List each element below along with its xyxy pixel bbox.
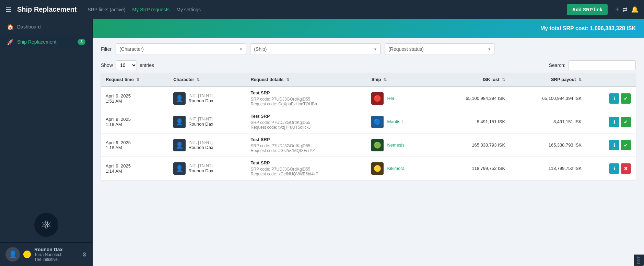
ship-cell-3: 🟡 Kikimora <box>371 162 429 175</box>
entries-label: entries <box>140 62 154 68</box>
col-request-details[interactable]: Request details ⇅ <box>246 73 366 86</box>
cell-srp-payout-0: 65,100,984,394 ISK <box>510 86 586 110</box>
info-button-0[interactable]: ℹ <box>609 93 619 104</box>
request-code-1: Request code: tVzj7FuUT5dlIckJ <box>250 125 362 130</box>
ship-avatar-2: 🟢 <box>371 139 384 151</box>
char-name-block-2: INIT. [TN-NT] Rounon Dax <box>188 140 213 150</box>
ship-link-0[interactable]: Hel <box>387 96 394 101</box>
cell-request-time-1: April 9, 2025 1:19 AM <box>101 110 168 134</box>
request-code-3: Request code: xGefNUQVWB6bf4kP <box>250 172 362 176</box>
col-character[interactable]: Character ⇅ <box>168 73 246 86</box>
top-nav: ☰ Ship Replacement SRP links (active) My… <box>0 0 644 19</box>
action-button-1[interactable]: ✔ <box>621 117 631 127</box>
srp-code-1: SRP code: P7UDJ3GOrdKgjD55 <box>250 120 362 125</box>
request-time-line1-0: April 9, 2025 <box>106 93 131 99</box>
ship-link-3[interactable]: Kikimora <box>387 166 405 171</box>
info-button-3[interactable]: ℹ <box>609 163 619 174</box>
sort-icon-isk-lost: ⇅ <box>502 78 505 82</box>
hamburger-icon[interactable]: ☰ <box>5 5 12 14</box>
character-filter-wrapper: (Character) <box>116 43 246 55</box>
info-button-2[interactable]: ℹ <box>609 140 619 150</box>
char-cell-1: 👤 INIT. [TN-NT] Rounon Dax <box>173 116 241 128</box>
ship-replacement-icon: 🚀 <box>7 38 14 45</box>
search-input[interactable] <box>568 60 636 70</box>
ship-filter-select[interactable]: (Ship) <box>250 43 380 55</box>
corp-tag-3: INIT. [TN-NT] <box>188 163 213 168</box>
ship-filter-wrapper: (Ship) <box>250 43 380 55</box>
corp-tag-0: INIT. [TN-NT] <box>188 93 213 98</box>
cell-request-time-2: April 9, 2025 1:18 AM <box>101 134 168 157</box>
table-row: April 9, 2025 1:14 AM 👤 INIT. [TN-NT] Ro… <box>101 157 636 180</box>
nav-my-settings[interactable]: My settings <box>176 7 201 12</box>
cell-actions-1: ℹ ✔ <box>586 110 636 134</box>
table-row: April 9, 2025 1:19 AM 👤 INIT. [TN-NT] Ro… <box>101 110 636 134</box>
ship-cell-2: 🟢 Nemesis <box>371 139 429 151</box>
cell-actions-0: ℹ ✔ <box>586 86 636 110</box>
sidebar: 🏠 Dashboard 🚀 Ship Replacement 3 ⚛ 👤 ⚡ R… <box>0 19 93 266</box>
main-content: My total SRP cost: 1,096,383,328 ISK Fil… <box>93 19 644 266</box>
srp-title-0: Test SRP <box>250 90 362 95</box>
user-name: Rounon Dax <box>34 247 79 252</box>
cell-srp-payout-2: 165,338,793 ISK <box>510 134 586 157</box>
character-filter-select[interactable]: (Character) <box>116 43 246 55</box>
table-header-row: Request time ⇅ Character ⇅ Request detai… <box>101 73 636 86</box>
sort-icon-request-time: ⇅ <box>136 78 139 82</box>
cell-request-details-2: Test SRP SRP code: P7UDJ3GOrdKgjD55 Requ… <box>246 134 366 157</box>
banner-text: My total SRP cost: 1,096,383,328 ISK <box>540 25 636 31</box>
char-avatar-0: 👤 <box>173 92 186 105</box>
sidebar-dashboard-label: Dashboard <box>17 24 41 30</box>
info-button-1[interactable]: ℹ <box>609 117 619 127</box>
cell-ship-2: 🟢 Nemesis <box>366 134 433 157</box>
filter-bar: Filter (Character) (Ship) (Request statu… <box>93 38 644 60</box>
request-code-2: Request code: JGs2iv7MQfXFsrPZ <box>250 148 362 153</box>
status-filter-wrapper: (Request status) <box>385 43 494 55</box>
sidebar-logo: ⚛ <box>0 207 92 242</box>
sidebar-item-ship-replacement[interactable]: 🚀 Ship Replacement 3 <box>0 34 92 49</box>
srp-title-2: Test SRP <box>250 137 362 142</box>
srp-title-3: Test SRP <box>250 160 362 165</box>
cell-character-0: 👤 INIT. [TN-NT] Rounon Dax <box>168 86 246 110</box>
user-alliance: The Initiative. <box>34 257 79 262</box>
user-settings-gear-icon[interactable]: ⚙ <box>82 251 87 258</box>
char-name-2: Rounon Dax <box>188 145 213 150</box>
nav-my-srp-requests[interactable]: My SRP requests <box>132 7 170 12</box>
cell-ship-3: 🟡 Kikimora <box>366 157 433 180</box>
logo-circle: ⚛ <box>34 213 58 237</box>
action-button-2[interactable]: ✔ <box>621 140 631 150</box>
ship-link-2[interactable]: Nemesis <box>387 142 405 148</box>
col-isk-lost[interactable]: ISK lost ⇅ <box>433 73 510 86</box>
col-ship[interactable]: Ship ⇅ <box>366 73 433 86</box>
plus-icon-button[interactable]: + <box>615 6 619 13</box>
cell-character-3: 👤 INIT. [TN-NT] Rounon Dax <box>168 157 246 180</box>
nav-srp-links[interactable]: SRP links (active) <box>87 7 125 12</box>
col-request-time[interactable]: Request time ⇅ <box>101 73 168 86</box>
search-label: Search: <box>549 62 565 68</box>
filter-label: Filter <box>101 46 112 52</box>
action-btns-0: ℹ ✔ <box>591 93 631 104</box>
srp-table: Request time ⇅ Character ⇅ Request detai… <box>101 73 636 180</box>
table-row: April 9, 2025 1:18 AM 👤 INIT. [TN-NT] Ro… <box>101 134 636 157</box>
ddt-badge: DDT <box>634 255 644 266</box>
sidebar-ship-replacement-label: Ship Replacement <box>17 39 56 45</box>
sidebar-item-dashboard[interactable]: 🏠 Dashboard <box>0 19 92 34</box>
ship-link-1[interactable]: Mantis I <box>387 119 403 124</box>
request-code-0: Request code: DgXpaEzHodTj9HBn <box>250 102 362 106</box>
add-srp-link-button[interactable]: Add SRP link <box>567 4 608 15</box>
request-time-line2-0: 1:51 AM <box>106 99 122 104</box>
status-filter-select[interactable]: (Request status) <box>385 43 494 55</box>
share-icon-button[interactable]: ⇄ <box>622 6 628 13</box>
sort-icon-request-details: ⇅ <box>286 78 289 82</box>
cell-request-details-3: Test SRP SRP code: P7UDJ3GOrdKgjD55 Requ… <box>246 157 366 180</box>
action-button-3[interactable]: ✖ <box>621 163 631 174</box>
entries-count-select[interactable]: 10 25 50 100 <box>116 60 137 70</box>
action-button-0[interactable]: ✔ <box>621 93 631 104</box>
ship-cell-0: 🔴 Hel <box>371 92 429 105</box>
ship-avatar-0: 🔴 <box>371 92 384 105</box>
request-time-line2-1: 1:19 AM <box>106 122 122 127</box>
bell-icon-button[interactable]: 🔔 <box>631 6 639 13</box>
layout: 🏠 Dashboard 🚀 Ship Replacement 3 ⚛ 👤 ⚡ R… <box>0 19 644 266</box>
sort-icon-srp-payout: ⇅ <box>578 78 582 82</box>
app-title: Ship Replacement <box>17 5 77 13</box>
col-srp-payout[interactable]: SRP payout ⇅ <box>510 73 586 86</box>
user-info: Rounon Dax Terra Nanotech The Initiative… <box>34 247 79 262</box>
